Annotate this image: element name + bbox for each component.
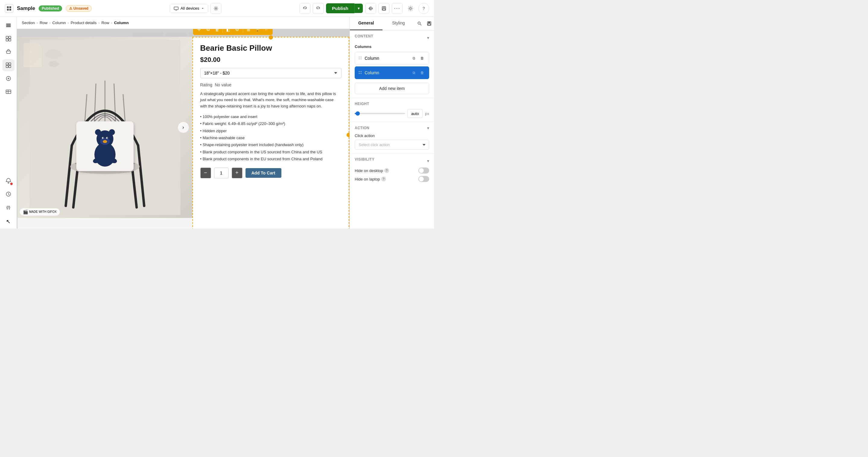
add-to-cart-button[interactable]: Add To Cart [246,168,281,178]
breadcrumb-column-1[interactable]: Column [52,21,66,25]
tab-general[interactable]: General [350,17,382,30]
breadcrumb-section[interactable]: Section [22,21,35,25]
hide-laptop-toggle[interactable] [418,176,429,182]
carousel-next-button[interactable]: › [178,122,189,133]
watermark: 🎬 MADE WITH GIFOX [20,208,60,216]
product-page: › 🎬 MADE WITH GIFOX ✛ ⧉ 🗑 ◧ [18,37,349,229]
qty-plus-button[interactable]: + [231,168,243,178]
column-copy-2[interactable]: ⧉ [410,69,417,76]
add-new-item-button[interactable]: Add new item [355,83,429,94]
svg-rect-21 [6,65,8,67]
product-illustration [30,40,180,215]
hide-laptop-label: Hide on laptop ? [355,177,386,181]
help-button[interactable]: ? [418,3,429,14]
toolbar-duplicate[interactable]: ⊞ [244,29,253,34]
app-nav-icon[interactable] [5,4,13,13]
product-description: A strategically placed accent can bring … [200,91,341,110]
height-section-title: Height [355,102,429,106]
sidebar-item-layers[interactable] [2,33,14,45]
column-delete-1[interactable]: 🗑 [418,55,426,62]
hide-desktop-row: Hide on desktop ? [355,168,429,174]
height-input[interactable] [407,109,423,118]
unsaved-badge: ⚠ Unsaved [66,5,92,12]
svg-point-11 [409,7,411,9]
svg-rect-13 [6,25,10,26]
sidebar-item-add[interactable] [2,73,14,85]
content-section-toggle[interactable]: ▾ [427,35,429,40]
publish-dropdown-button[interactable]: ▾ [354,4,363,13]
breadcrumb-row-1[interactable]: Row [39,21,48,25]
svg-rect-2 [7,9,9,10]
column-item-1[interactable]: Column ⧉ 🗑 [355,52,429,65]
breadcrumb-row-2[interactable]: Row [101,21,109,25]
svg-point-50 [102,137,103,138]
rating-value: No value [215,82,231,87]
sidebar-item-notifications[interactable] [2,175,14,187]
column-delete-2[interactable]: 🗑 [418,69,426,76]
panel-search-button[interactable] [415,17,424,30]
qty-minus-button[interactable]: − [200,168,211,178]
svg-point-51 [107,137,108,138]
svg-point-67 [361,73,362,74]
preview-button[interactable] [365,3,376,14]
product-features: 100% polyester case and insert Fabric we… [200,113,341,163]
action-section-toggle[interactable]: ▾ [427,125,429,131]
rating-label: Rating [200,82,212,87]
panel-save-button[interactable] [424,17,434,30]
undo-button[interactable] [300,3,310,14]
toolbar-left-align[interactable]: ◧ [224,29,232,34]
toolbar-move[interactable]: ✛ [195,29,203,34]
hide-desktop-toggle[interactable] [418,168,429,174]
sidebar-item-history[interactable] [2,188,14,200]
redo-button[interactable] [313,3,323,14]
sidebar-item-grid[interactable] [2,59,14,71]
breadcrumb-product-details[interactable]: Product details [70,21,96,25]
column-label-2: Column [365,70,408,75]
svg-rect-0 [7,6,9,8]
breadcrumb-sep-4: › [98,21,99,25]
column-copy-1[interactable]: ⧉ [410,55,417,62]
toolbar-lock[interactable]: 🔒 [253,29,262,34]
sidebar-item-code[interactable]: {/} [2,201,14,213]
save-button[interactable] [378,3,390,14]
topbar-center: All devices [95,3,296,14]
sidebar-item-shop[interactable] [2,46,14,58]
toolbar-settings[interactable]: ⚙ [233,29,242,34]
pillow-scene [18,37,192,218]
qty-cart-row: − + Add To Cart [200,168,341,178]
svg-rect-20 [9,63,11,65]
sidebar-item-menu[interactable] [2,19,14,31]
svg-rect-59 [428,24,430,25]
topbar: Sample Published ⚠ Unsaved All devices P… [0,0,434,17]
toolbar-delete[interactable]: 🗑 [213,29,221,34]
toolbar-back[interactable]: ← [262,29,271,34]
visibility-section: VISIBILITY ▾ Hide on desktop ? Hide on l… [350,153,434,188]
qty-input[interactable] [214,168,228,178]
columns-subsection-title: Columns [355,45,372,49]
height-control: px [355,109,429,118]
tab-styling[interactable]: Styling [382,17,415,30]
feature-6: Blank product components in the US sourc… [200,148,341,155]
feature-3: Hidden zipper [200,127,341,134]
visibility-section-toggle[interactable]: ▾ [427,159,429,163]
toolbar-copy[interactable]: ⧉ [204,29,212,34]
device-selector[interactable]: All devices [170,4,208,13]
height-slider[interactable] [355,113,405,114]
canvas-settings-button[interactable] [211,3,221,14]
feature-7: Blank product components in the EU sourc… [200,155,341,162]
sidebar-item-table[interactable] [2,86,14,98]
hide-desktop-help[interactable]: ? [384,168,389,173]
hide-laptop-help[interactable]: ? [381,177,386,181]
svg-point-52 [103,140,107,143]
selection-handle-top[interactable] [269,35,273,39]
selection-handle-right[interactable] [346,133,350,137]
column-item-2[interactable]: Column ⧉ 🗑 [355,66,429,79]
main-layout: {/} ↖ Section › Row › Column › Product d… [0,17,434,229]
more-options-button[interactable]: ··· [392,3,403,14]
publish-button[interactable]: Publish [326,3,354,13]
panel-tabs: General Styling [350,17,434,30]
product-price: $20.00 [200,56,341,64]
click-action-select[interactable]: Select click action [355,140,429,150]
settings-gear-button[interactable] [405,3,416,14]
variant-selector[interactable]: 18"×18" - $20 [200,68,341,78]
